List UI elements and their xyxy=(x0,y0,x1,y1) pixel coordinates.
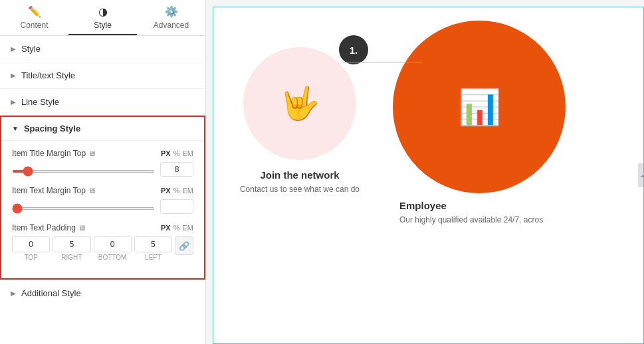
monitor-icon-3: 🖥 xyxy=(78,224,86,232)
right-panel: ◀ 🤟 1. Join the network Contact us to se… xyxy=(206,0,644,344)
tab-bar: ✏️ Content ◑ Style ⚙️ Advanced xyxy=(0,0,205,36)
number-badge: 1. xyxy=(339,35,368,64)
advanced-tab-label: Advanced xyxy=(154,21,189,30)
tab-style[interactable]: ◑ Style xyxy=(68,0,137,35)
line-style-section-label: Line Style xyxy=(21,97,59,107)
padding-left-input[interactable] xyxy=(134,236,172,252)
unit-percent-2[interactable]: % xyxy=(173,187,180,195)
style-tab-label: Style xyxy=(94,21,112,30)
unit-px-1[interactable]: PX xyxy=(161,149,171,157)
padding-bottom-label: BOTTOM xyxy=(98,254,127,261)
item-text-margin-top-label: Item Text Margin Top 🖥 xyxy=(12,186,96,195)
content-tab-icon: ✏️ xyxy=(28,5,41,18)
item-text-margin-top-slider[interactable] xyxy=(12,207,155,210)
padding-top-cell: TOP xyxy=(12,236,50,261)
padding-right-label: RIGHT xyxy=(61,254,82,261)
item-title-margin-top-field: Item Title Margin Top 🖥 PX % EM xyxy=(12,149,193,177)
unit-percent-3[interactable]: % xyxy=(173,224,180,232)
additional-style-chevron-icon: ▶ xyxy=(11,290,16,297)
padding-top-label: TOP xyxy=(24,254,37,261)
item-text-margin-top-field: Item Text Margin Top 🖥 PX % EM xyxy=(12,186,193,214)
padding-right-cell: RIGHT xyxy=(53,236,90,261)
padding-inputs-row: TOP RIGHT BOTTOM LEFT xyxy=(12,236,193,261)
padding-left-cell: LEFT xyxy=(134,236,172,261)
additional-style-label: Additional Style xyxy=(21,288,81,298)
tab-content[interactable]: ✏️ Content xyxy=(0,0,68,35)
style-section-label: Style xyxy=(21,44,41,54)
padding-right-input[interactable] xyxy=(53,236,90,252)
unit-em-1[interactable]: EM xyxy=(183,149,194,157)
unit-px-2[interactable]: PX xyxy=(161,187,171,195)
item-text-padding-field: Item Text Padding 🖥 PX % EM TOP xyxy=(12,223,193,261)
chart-bar-icon: 📊 xyxy=(458,87,501,128)
item-title-margin-top-input[interactable] xyxy=(160,162,193,177)
spacing-style-label: Spacing Style xyxy=(24,124,80,133)
left-card-title: Join the network xyxy=(260,169,339,181)
item-title-margin-top-label-row: Item Title Margin Top 🖥 PX % EM xyxy=(12,149,193,158)
left-panel: ✏️ Content ◑ Style ⚙️ Advanced ▶ Style ▶… xyxy=(0,0,206,344)
advanced-tab-icon: ⚙️ xyxy=(165,5,178,18)
item-text-margin-top-slider-row xyxy=(12,199,193,214)
preview-container: ◀ 🤟 1. Join the network Contact us to se… xyxy=(213,7,644,344)
item-title-margin-top-slider-row xyxy=(12,162,193,177)
title-text-chevron-icon: ▶ xyxy=(11,72,16,79)
item-text-margin-top-slider-container xyxy=(12,202,155,212)
monitor-icon-1: 🖥 xyxy=(88,149,96,157)
unit-em-3[interactable]: EM xyxy=(183,224,194,232)
spacing-style-header[interactable]: ▼ Spacing Style xyxy=(1,117,204,141)
item-text-margin-top-input[interactable] xyxy=(160,199,193,214)
padding-top-input[interactable] xyxy=(12,236,50,252)
right-card-title: Employee xyxy=(399,200,543,211)
unit-options-3: PX % EM xyxy=(161,224,193,232)
padding-bottom-cell: BOTTOM xyxy=(94,236,132,261)
item-text-padding-label: Item Text Padding 🖥 xyxy=(12,223,86,232)
item-title-margin-top-label: Item Title Margin Top 🖥 xyxy=(12,149,96,158)
unit-px-3[interactable]: PX xyxy=(161,224,171,232)
content-tab-label: Content xyxy=(20,21,48,30)
tab-advanced[interactable]: ⚙️ Advanced xyxy=(137,0,205,35)
section-additional-style[interactable]: ▶ Additional Style xyxy=(0,280,205,306)
spacing-style-section: ▼ Spacing Style Item Title Margin Top 🖥 … xyxy=(0,116,205,280)
unit-percent-1[interactable]: % xyxy=(173,149,180,157)
unit-options-2: PX % EM xyxy=(161,187,193,195)
item-text-padding-label-row: Item Text Padding 🖥 PX % EM xyxy=(12,223,193,232)
panel-content: ▶ Style ▶ Title/text Style ▶ Line Style … xyxy=(0,36,205,344)
style-tab-icon: ◑ xyxy=(98,5,108,18)
section-style[interactable]: ▶ Style xyxy=(0,36,205,62)
item-title-margin-top-slider[interactable] xyxy=(12,170,155,173)
item-title-margin-top-slider-container xyxy=(12,165,155,175)
item-text-margin-top-label-row: Item Text Margin Top 🖥 PX % EM xyxy=(12,186,193,195)
collapse-handle[interactable]: ◀ xyxy=(638,163,644,187)
unit-em-2[interactable]: EM xyxy=(183,187,194,195)
spacing-style-body: Item Title Margin Top 🖥 PX % EM xyxy=(1,141,204,278)
line-style-chevron-icon: ▶ xyxy=(11,98,16,106)
monitor-icon-2: 🖥 xyxy=(88,187,96,195)
padding-left-label: LEFT xyxy=(145,254,161,261)
right-card-desc: Our highly qualified available 24/7, acr… xyxy=(399,214,543,226)
feature-card-left: 🤟 1. Join the network Contact us to see … xyxy=(227,21,373,195)
preview-inner: 🤟 1. Join the network Contact us to see … xyxy=(213,7,643,343)
unit-options-1: PX % EM xyxy=(161,149,193,157)
hand-icon: 🤟 xyxy=(280,85,320,122)
padding-bottom-input[interactable] xyxy=(94,236,132,252)
title-text-section-label: Title/text Style xyxy=(21,70,75,80)
feature-card-right: 📊 Employee Our highly qualified availabl… xyxy=(393,21,566,226)
left-card-desc: Contact us to see what we can do xyxy=(240,183,360,195)
circle-bg-orange: 📊 xyxy=(393,21,566,193)
link-padding-button[interactable]: 🔗 xyxy=(175,236,193,255)
connector-line xyxy=(343,62,423,62)
style-chevron-icon: ▶ xyxy=(11,45,16,52)
spacing-style-chevron-icon: ▼ xyxy=(12,125,19,132)
circle-bg-pink: 🤟 1. xyxy=(243,47,356,160)
section-title-text-style[interactable]: ▶ Title/text Style xyxy=(0,62,205,89)
right-card-text: Employee Our highly qualified available … xyxy=(393,200,550,226)
section-line-style[interactable]: ▶ Line Style xyxy=(0,89,205,116)
